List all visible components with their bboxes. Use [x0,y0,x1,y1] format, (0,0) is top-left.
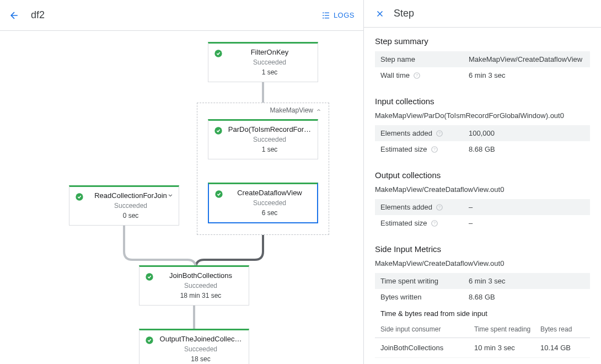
kv-step-name: Step name MakeMapView/CreateDataflowView [375,51,590,67]
node-read-collection[interactable]: ReadCollectionForJoin Succeeded 0 sec [69,185,179,226]
side-sub: MakeMapView/CreateDataflowView.out0 [375,259,590,267]
svg-rect-3 [325,15,329,15]
output-heading: Output collections [375,170,590,180]
side-heading: Side Input Metrics [375,244,590,254]
kv-input-size: Estimated size? 8.68 GB [375,141,590,157]
chevron-down-icon[interactable] [167,191,174,201]
kv-input-elements: Elements added? 100,000 [375,125,590,141]
logs-button[interactable]: LOGS [321,11,355,20]
help-icon[interactable]: ? [436,204,443,211]
check-icon [214,49,223,58]
logs-icon [321,11,330,20]
header: df2 LOGS [0,0,363,31]
node-pardo[interactable]: ParDo(ToIsmRecordFor… Succeeded 1 sec [208,119,318,159]
svg-rect-4 [323,18,324,18]
check-icon [214,190,223,199]
chevron-up-icon [315,107,322,114]
graph-canvas[interactable]: FilterOnKey Succeeded 1 sec MakeMapView … [0,31,363,364]
kv-side-writing: Time spent writing 6 min 3 sec [375,273,590,289]
back-button[interactable] [9,10,20,21]
node-create-dataflow-view[interactable]: CreateDataflowView Succeeded 6 sec [208,183,318,223]
svg-rect-1 [325,12,329,13]
svg-text:?: ? [438,131,441,135]
help-icon[interactable]: ? [431,220,438,227]
details-panel: Step Step summary Step name MakeMapView/… [364,0,601,364]
side-read-heading: Time & bytes read from side input [375,305,590,321]
kv-output-elements: Elements added? – [375,199,590,215]
svg-rect-5 [325,18,329,18]
node-join-both[interactable]: JoinBothCollections Succeeded 18 min 31 … [139,265,249,306]
side-table-row: JoinBothCollections 10 min 3 sec 10.14 G… [375,338,590,358]
check-icon [214,126,223,135]
close-button[interactable] [375,9,385,19]
help-icon[interactable]: ? [413,72,421,79]
kv-output-size: Estimated size? – [375,215,590,231]
output-sub: MakeMapView/CreateDataflowView.out0 [375,185,590,194]
svg-text:?: ? [438,205,441,209]
side-table-header: Side input consumer Time spent reading B… [375,321,590,338]
group-label[interactable]: MakeMapView [270,106,322,114]
svg-text:?: ? [416,73,418,77]
svg-text:?: ? [433,221,436,225]
kv-wall-time: Wall time? 6 min 3 sec [375,67,590,83]
help-icon[interactable]: ? [436,130,443,137]
check-icon [145,272,154,281]
check-icon [145,336,154,345]
job-title: df2 [31,9,321,21]
input-sub: MakeMapView/ParDo(ToIsmRecordForGlobalWi… [375,111,590,120]
kv-side-bytes: Bytes written 8.68 GB [375,289,590,305]
panel-title: Step [394,8,414,19]
step-summary-heading: Step summary [375,36,590,46]
svg-rect-0 [323,12,324,13]
node-filter-on-key[interactable]: FilterOnKey Succeeded 1 sec [208,42,318,82]
check-icon [75,192,84,201]
svg-text:?: ? [433,147,436,151]
help-icon[interactable]: ? [431,146,438,153]
input-heading: Input collections [375,97,590,106]
node-output-joined[interactable]: OutputTheJoinedCollec… Succeeded 18 sec [139,329,249,364]
svg-rect-2 [323,15,324,15]
